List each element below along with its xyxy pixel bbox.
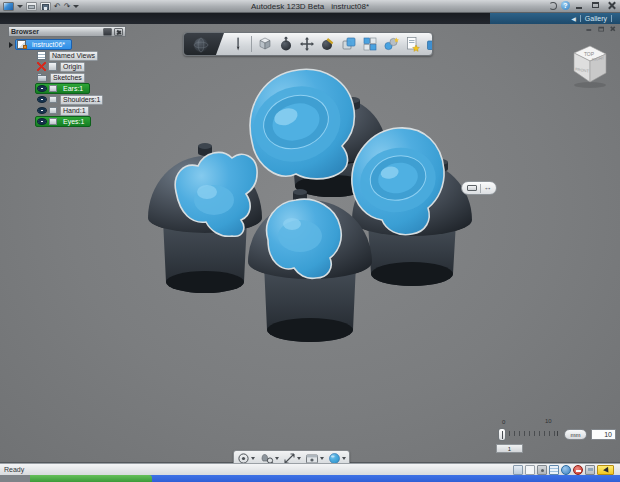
redo-icon[interactable]: ↷	[64, 2, 71, 11]
tree-item-label[interactable]: instruct06*	[29, 40, 68, 50]
sync-icon[interactable]	[549, 2, 557, 10]
help-icon[interactable]: ?	[561, 1, 570, 10]
keyboard-icon[interactable]	[467, 185, 477, 191]
ruler-slider-handle[interactable]	[498, 428, 506, 441]
browser-panel-header[interactable]: Browser	[8, 26, 126, 37]
viewcube[interactable]: TOP FRONT RIGHT	[564, 40, 612, 90]
move-icon[interactable]	[297, 34, 317, 54]
maximize-button[interactable]	[590, 1, 602, 10]
menu-sphere-icon[interactable]	[184, 33, 224, 56]
sketch-pen-icon[interactable]	[228, 34, 248, 54]
tree-item-label[interactable]: Hand:1	[60, 106, 89, 116]
divider	[580, 15, 581, 22]
combine-icon[interactable]	[339, 34, 359, 54]
tree-item-label[interactable]: Named Views	[49, 51, 98, 61]
tree-item[interactable]: Hand:1	[8, 105, 126, 116]
tree-item-label[interactable]: Ears:1	[60, 84, 86, 94]
eye-icon	[37, 117, 58, 126]
undo-icon[interactable]: ↶	[54, 2, 61, 11]
no-entry-icon[interactable]	[573, 465, 583, 475]
tree-item[interactable]: Sketches	[8, 72, 126, 83]
yellow-cursor-icon[interactable]	[597, 465, 614, 475]
main-toolbar	[183, 32, 433, 56]
panel-close-icon[interactable]	[114, 28, 123, 36]
status-text: Ready	[0, 466, 513, 473]
doc-restore-button[interactable]	[597, 26, 604, 32]
part-icon	[17, 40, 27, 49]
folder-icon	[37, 73, 48, 82]
browser-panel-title: Browser	[11, 28, 39, 35]
gallery-tab[interactable]: ◀ Gallery	[490, 13, 620, 24]
tree-item[interactable]: instruct06*	[8, 39, 126, 50]
selection-mini-toolbar[interactable]: ↔	[461, 181, 497, 195]
create-sphere-icon[interactable]	[276, 34, 296, 54]
app-logo-icon[interactable]	[3, 2, 14, 11]
ruler-ticks[interactable]	[498, 431, 558, 436]
chevron-down-icon[interactable]	[320, 457, 324, 460]
modify-sphere-icon[interactable]	[318, 34, 338, 54]
viewcube-top-label: TOP	[584, 51, 595, 57]
tree-item[interactable]: Eyes:1	[8, 116, 126, 127]
monitor-icon[interactable]	[585, 465, 595, 475]
doc-close-button[interactable]	[609, 26, 616, 32]
minimize-button[interactable]	[574, 1, 586, 10]
pale-square-icon[interactable]	[513, 465, 523, 475]
move-handle-icon[interactable]: ↔	[484, 184, 492, 192]
outline-box-icon[interactable]	[525, 465, 535, 475]
app-title: Autodesk 123D Beta	[251, 2, 324, 11]
titlebar: ↶ ↷ Autodesk 123D Beta instruct08* ?	[0, 0, 620, 13]
plug-icon[interactable]	[537, 465, 547, 475]
material-icon[interactable]	[423, 34, 433, 54]
new-3d-doc-icon[interactable]	[402, 34, 422, 54]
views-icon	[37, 51, 47, 60]
back-arrow-icon[interactable]: ◀	[571, 15, 576, 22]
browser-tree: instruct06* Named Views Origin	[8, 37, 126, 127]
selected-body-top[interactable]	[244, 69, 355, 179]
grid-scale-widget: 0 10 mm 10 1	[496, 416, 620, 456]
chevron-down-icon[interactable]	[342, 457, 346, 460]
chevron-down-icon[interactable]	[73, 5, 79, 8]
origin-icon	[37, 62, 58, 71]
eye-icon	[37, 106, 58, 115]
ruler-max-label: 10	[545, 418, 552, 424]
divider	[480, 184, 481, 193]
blue-badge-icon[interactable]	[561, 465, 571, 475]
chevron-down-icon[interactable]	[17, 5, 23, 8]
doc-minimize-button[interactable]	[585, 26, 592, 32]
grid-size-input[interactable]: 10	[591, 429, 616, 440]
chevron-down-icon[interactable]	[297, 457, 301, 460]
status-toggles	[513, 465, 620, 475]
tree-item[interactable]: Named Views	[8, 50, 126, 61]
close-button[interactable]	[606, 1, 618, 10]
tree-item[interactable]: Ears:1	[8, 83, 126, 94]
primitives-cube-icon[interactable]	[255, 34, 275, 54]
panel-menu-icon[interactable]	[103, 28, 112, 36]
gallery-label[interactable]: Gallery	[585, 15, 607, 22]
tree-item-label[interactable]: Shoulders:1	[60, 95, 103, 105]
start-button-edge[interactable]	[30, 475, 152, 482]
statusbar: Ready	[0, 463, 620, 475]
tree-item-label[interactable]: Sketches	[50, 73, 85, 83]
eye-icon	[37, 84, 58, 93]
save-icon[interactable]	[40, 2, 51, 11]
browser-panel: Browser instruct06*	[8, 26, 126, 127]
chevron-down-icon[interactable]	[251, 457, 255, 460]
open-folder-icon[interactable]	[26, 2, 37, 11]
document-window-controls	[583, 26, 616, 33]
snap-value-box[interactable]: 1	[496, 444, 523, 453]
tree-item[interactable]: Origin	[8, 61, 126, 72]
taskbar-strip	[0, 475, 620, 482]
unit-button[interactable]: mm	[564, 429, 587, 440]
document-title: instruct08*	[331, 2, 369, 11]
tab-strip: ◀ Gallery	[0, 13, 620, 24]
tree-item-label[interactable]: Eyes:1	[60, 117, 87, 127]
taskbar-left-segment	[0, 475, 30, 482]
tree-item-label[interactable]: Origin	[60, 62, 85, 72]
grouping-icon[interactable]	[381, 34, 401, 54]
window-lines-icon[interactable]	[549, 465, 559, 475]
expander-icon[interactable]	[8, 41, 15, 48]
pattern-icon[interactable]	[360, 34, 380, 54]
viewport[interactable]: Browser instruct06*	[0, 24, 620, 463]
tree-item[interactable]: Shoulders:1	[8, 94, 126, 105]
chevron-down-icon[interactable]	[275, 457, 279, 460]
